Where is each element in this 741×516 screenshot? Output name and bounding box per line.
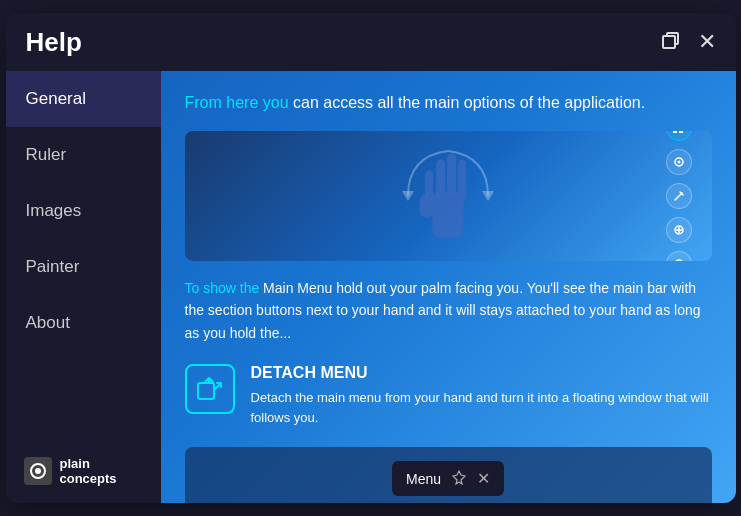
sidebar-item-painter[interactable]: Painter (6, 239, 161, 295)
svg-rect-14 (673, 131, 677, 133)
intro-highlight: From here you (185, 94, 289, 111)
window-title: Help (26, 27, 660, 58)
menu-preview: Menu ✕ (185, 447, 712, 503)
help-window: Help ✕ General Ruler Images Painter Abou… (6, 13, 736, 503)
hand-icons (666, 131, 692, 261)
menu-close-icon[interactable]: ✕ (477, 469, 490, 488)
detach-icon (185, 364, 235, 414)
svg-marker-11 (482, 191, 494, 201)
menu-bar: Menu ✕ (392, 461, 504, 496)
intro-normal: can access all the main options of the a… (289, 94, 646, 111)
sidebar-item-images[interactable]: Images (6, 183, 161, 239)
plain-concepts-text: plain concepts (60, 456, 117, 487)
sidebar-item-about[interactable]: About (6, 295, 161, 351)
detach-content: DETACH MENU Detach the main menu from yo… (251, 364, 712, 427)
svg-point-17 (677, 161, 680, 164)
content-area: General Ruler Images Painter About plain… (6, 71, 736, 503)
titlebar: Help ✕ (6, 13, 736, 71)
intro-text: From here you can access all the main op… (185, 91, 712, 115)
hand-icon-3 (666, 183, 692, 209)
detach-title: DETACH MENU (251, 364, 712, 382)
svg-point-21 (675, 260, 683, 261)
desc-highlight: To show the (185, 280, 264, 296)
sidebar-footer: plain concepts (6, 440, 161, 503)
titlebar-icons: ✕ (660, 29, 716, 56)
svg-rect-0 (663, 36, 675, 48)
rotation-arrows (388, 136, 508, 256)
description-text: To show the Main Menu hold out your palm… (185, 277, 712, 344)
detach-section: DETACH MENU Detach the main menu from yo… (185, 364, 712, 427)
close-icon[interactable]: ✕ (698, 29, 716, 55)
sidebar-item-general[interactable]: General (6, 71, 161, 127)
svg-rect-15 (679, 131, 683, 133)
svg-rect-22 (198, 383, 214, 399)
svg-point-3 (35, 468, 41, 474)
sidebar-item-ruler[interactable]: Ruler (6, 127, 161, 183)
restore-icon[interactable] (660, 29, 682, 56)
main-panel[interactable]: From here you can access all the main op… (161, 71, 736, 503)
hand-image-container (185, 131, 712, 261)
detach-description: Detach the main menu from your hand and … (251, 388, 712, 427)
menu-pin-icon[interactable] (451, 469, 467, 488)
hand-icon-1 (666, 131, 692, 141)
hand-icon-5 (666, 251, 692, 261)
svg-marker-10 (402, 191, 414, 201)
hand-icon-4 (666, 217, 692, 243)
hand-icon-2 (666, 149, 692, 175)
plain-concepts-logo-icon (24, 457, 52, 485)
sidebar: General Ruler Images Painter About plain… (6, 71, 161, 503)
menu-bar-label: Menu (406, 471, 441, 487)
